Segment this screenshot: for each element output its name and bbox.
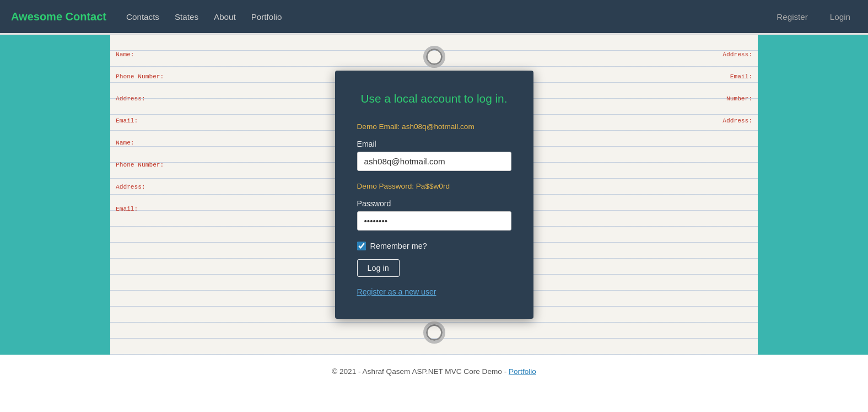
field-number-r1: Number: <box>642 95 752 102</box>
remember-row: Remember me? <box>357 242 511 250</box>
field-name-2: Name: <box>116 140 226 146</box>
nav-auth: Register Login <box>770 8 857 26</box>
brand-link[interactable]: Awesome Contact <box>11 10 106 23</box>
field-address-r2: Address: <box>642 117 752 124</box>
nav-portfolio[interactable]: Portfolio <box>245 8 289 26</box>
login-title: Use a local account to log in. <box>357 90 511 106</box>
field-email-2: Email: <box>116 206 226 212</box>
demo-password-label: Demo Password: Pa$$w0rd <box>357 182 511 190</box>
email-label: Email <box>357 140 511 148</box>
nav-contacts[interactable]: Contacts <box>120 8 166 26</box>
email-input[interactable] <box>357 152 511 171</box>
login-card: Use a local account to log in. Demo Emai… <box>335 71 533 318</box>
register-link[interactable]: Register as a new user <box>357 287 436 296</box>
nav-states[interactable]: States <box>168 8 205 26</box>
field-email-1: Email: <box>116 117 226 124</box>
demo-password-info: Demo Password: Pa$$w0rd <box>357 182 511 190</box>
login-button[interactable]: Log in <box>357 259 400 277</box>
nav-login[interactable]: Login <box>823 8 857 26</box>
nav-links: Contacts States About Portfolio <box>120 8 770 26</box>
remember-label: Remember me? <box>370 242 427 250</box>
password-input[interactable] <box>357 211 511 231</box>
nav-about[interactable]: About <box>207 8 242 26</box>
demo-email-info: Demo Email: ash08q@hotmail.com <box>357 122 511 131</box>
teal-right-panel <box>758 35 868 355</box>
footer-text: © 2021 - Ashraf Qasem ASP.NET MVC Core D… <box>332 367 506 376</box>
password-label: Password <box>357 199 511 208</box>
password-group: Password <box>357 199 511 231</box>
email-group: Email <box>357 140 511 171</box>
remember-checkbox[interactable] <box>357 242 366 250</box>
field-address-1: Address: <box>116 95 226 102</box>
field-name-1: Name: <box>116 51 226 58</box>
field-phone-1: Phone Number: <box>116 73 226 80</box>
paper-fields-left: Name: Phone Number: Address: Email: Name… <box>116 51 226 228</box>
field-address-2: Address: <box>116 184 226 190</box>
footer-portfolio-link[interactable]: Portfolio <box>509 367 536 376</box>
nav-register[interactable]: Register <box>770 8 815 26</box>
field-address-r1: Address: <box>642 51 752 58</box>
teal-left-panel <box>0 35 110 355</box>
demo-email-label: Demo Email: ash08q@hotmail.com <box>357 122 511 131</box>
navbar: Awesome Contact Contacts States About Po… <box>0 0 868 33</box>
paper-fields-right: Address: Email: Number: Address: <box>642 51 752 140</box>
field-email-r1: Email: <box>642 73 752 80</box>
field-phone-2: Phone Number: <box>116 162 226 168</box>
hero-section: Name: Phone Number: Address: Email: Name… <box>0 35 868 355</box>
binder-ring-top <box>423 46 445 68</box>
binder-ring-bottom <box>423 322 445 344</box>
footer: © 2021 - Ashraf Qasem ASP.NET MVC Core D… <box>0 355 868 388</box>
